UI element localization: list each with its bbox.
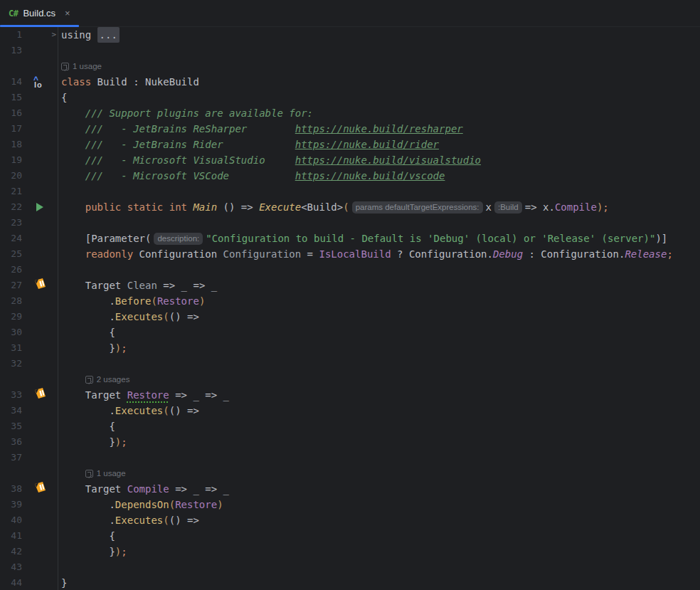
code-line[interactable]: 33 Target Restore => _ => _ xyxy=(0,387,700,403)
line-number[interactable]: 39 xyxy=(0,497,22,512)
nuke-target-icon[interactable] xyxy=(34,481,46,497)
usages-hint[interactable]: 1 usage xyxy=(61,58,102,74)
line-number[interactable]: 29 xyxy=(0,309,22,325)
code-line[interactable]: 36 }); xyxy=(0,434,700,450)
line-number[interactable]: 1 xyxy=(0,27,22,43)
line-number[interactable]: 41 xyxy=(0,528,22,544)
line-number[interactable]: 32 xyxy=(0,356,22,372)
comment-link[interactable]: https://nuke.build/vscode xyxy=(295,168,445,184)
inheritance-marker-icon[interactable]: ^Io xyxy=(33,75,46,88)
code-token: ) xyxy=(199,293,205,309)
line-number[interactable]: 26 xyxy=(0,262,22,278)
line-number[interactable]: 15 xyxy=(0,90,22,105)
comment-link[interactable]: https://nuke.build/resharper xyxy=(295,121,463,137)
line-number[interactable]: 33 xyxy=(0,387,22,403)
line-number[interactable]: 31 xyxy=(0,340,22,356)
code-line[interactable]: 34 .Executes(() => xyxy=(0,403,700,418)
line-number[interactable]: 16 xyxy=(0,105,22,121)
code-line[interactable]: 43 xyxy=(0,559,700,575)
code-line[interactable]: 25 readonly Configuration Configuration … xyxy=(0,246,700,262)
line-number[interactable]: 36 xyxy=(0,434,22,450)
line-number[interactable]: 44 xyxy=(0,575,22,590)
usages-hint-label: 1 usage xyxy=(97,465,126,481)
code-line[interactable]: 13 xyxy=(0,43,700,58)
code-line[interactable]: 14^Ioclass Build : NukeBuild xyxy=(0,74,700,90)
code-line[interactable]: 44} xyxy=(0,575,700,590)
gutter-icon-area xyxy=(22,512,58,528)
line-number[interactable]: 27 xyxy=(0,278,22,293)
tab-build-cs[interactable]: C# Build.cs × xyxy=(0,0,79,26)
code-line[interactable]: 19 /// - Microsoft VisualStudio https://… xyxy=(0,152,700,168)
run-main-icon[interactable] xyxy=(36,203,43,211)
line-number[interactable]: 17 xyxy=(0,121,22,137)
code-line[interactable]: 31 }); xyxy=(0,340,700,356)
gutter-icon-area xyxy=(22,231,58,246)
code-line[interactable]: 30 { xyxy=(0,325,700,340)
code-token: } xyxy=(61,434,115,450)
code-token: ( xyxy=(169,497,175,512)
code-line[interactable]: 21 xyxy=(0,184,700,199)
gutter: 35 xyxy=(0,418,58,434)
gutter: 28 xyxy=(0,293,58,309)
line-number[interactable]: 19 xyxy=(0,152,22,168)
line-number[interactable]: 20 xyxy=(0,168,22,184)
code-line[interactable]: 38 Target Compile => _ => _ xyxy=(0,481,700,497)
code-line[interactable]: 16 /// Support plugins are available for… xyxy=(0,105,700,121)
line-number[interactable]: 30 xyxy=(0,325,22,340)
nuke-target-icon[interactable] xyxy=(34,387,46,404)
code-line[interactable]: 26 xyxy=(0,262,700,278)
code-line[interactable]: 20 /// - Microsoft VSCode https://nuke.b… xyxy=(0,168,700,184)
inlay-usage-row: 1 usage xyxy=(0,58,700,74)
code-line[interactable]: 15{ xyxy=(0,90,700,105)
code-line[interactable]: 40 .Executes(() => xyxy=(0,512,700,528)
code-line[interactable]: 28 .Before(Restore) xyxy=(0,293,700,309)
code-line[interactable]: 29 .Executes(() => xyxy=(0,309,700,325)
comment-link[interactable]: https://nuke.build/visualstudio xyxy=(295,152,481,168)
line-number[interactable]: 21 xyxy=(0,184,22,199)
line-number[interactable]: 14 xyxy=(0,74,22,90)
code-line[interactable]: 1>using ... xyxy=(0,27,700,43)
code-editor[interactable]: 1>using ...131 usage14^Ioclass Build : N… xyxy=(0,27,700,590)
code-line[interactable]: 23 xyxy=(0,215,700,231)
gutter-icon-area xyxy=(22,356,58,372)
line-number[interactable]: 38 xyxy=(0,481,22,497)
code-line[interactable]: 32 xyxy=(0,356,700,372)
tab-close-icon[interactable]: × xyxy=(63,8,72,19)
code-token: } xyxy=(61,575,67,590)
line-number[interactable]: 22 xyxy=(0,199,22,215)
code-line[interactable]: 17 /// - JetBrains ReSharper https://nuk… xyxy=(0,121,700,137)
line-number[interactable]: 35 xyxy=(0,418,22,434)
code-line[interactable]: 37 xyxy=(0,450,700,465)
line-number[interactable]: 34 xyxy=(0,403,22,418)
code-line[interactable]: 41 { xyxy=(0,528,700,544)
line-number[interactable]: 25 xyxy=(0,246,22,262)
line-number[interactable]: 24 xyxy=(0,231,22,246)
code-line[interactable]: 35 { xyxy=(0,418,700,434)
code-line[interactable]: 24 [Parameter(description:"Configuration… xyxy=(0,231,700,246)
code-token: . xyxy=(61,512,115,528)
inlay-parameter-hint: params defaultTargetExpressions: xyxy=(352,201,483,214)
folded-code-badge[interactable]: ... xyxy=(97,27,120,43)
line-number[interactable]: 42 xyxy=(0,544,22,559)
gutter-icon-area xyxy=(22,246,58,262)
fold-chevron-icon[interactable]: > xyxy=(51,27,56,43)
code-line[interactable]: 27 Target Clean => _ => _ xyxy=(0,278,700,293)
gutter: 18 xyxy=(0,137,58,152)
gutter-icon-area xyxy=(22,105,58,121)
line-number[interactable]: 28 xyxy=(0,293,22,309)
line-number[interactable]: 43 xyxy=(0,559,22,575)
nuke-target-icon[interactable] xyxy=(34,278,46,294)
code-line[interactable]: 42 }); xyxy=(0,544,700,559)
comment-link[interactable]: https://nuke.build/rider xyxy=(295,137,439,152)
code-line[interactable]: 18 /// - JetBrains Rider https://nuke.bu… xyxy=(0,137,700,152)
code-token: Target xyxy=(61,387,127,403)
line-number[interactable]: 40 xyxy=(0,512,22,528)
line-number[interactable]: 18 xyxy=(0,137,22,152)
usages-hint[interactable]: 2 usages xyxy=(85,372,130,387)
line-number[interactable]: 13 xyxy=(0,43,22,58)
line-number[interactable]: 23 xyxy=(0,215,22,231)
line-number[interactable]: 37 xyxy=(0,450,22,465)
code-line[interactable]: 22 public static int Main () => Execute<… xyxy=(0,199,700,215)
code-line[interactable]: 39 .DependsOn(Restore) xyxy=(0,497,700,512)
usages-hint[interactable]: 1 usage xyxy=(85,465,126,481)
